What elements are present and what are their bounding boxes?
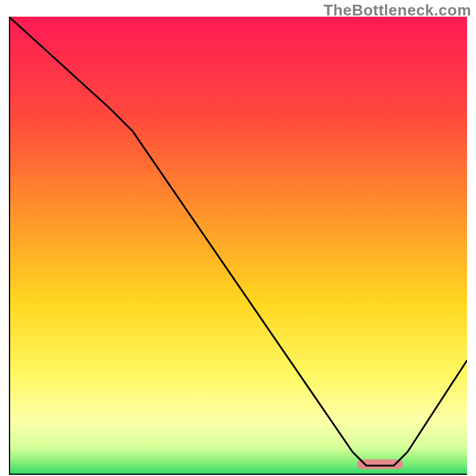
chart-container: TheBottleneck.com [0,0,476,476]
chart-background [9,17,467,475]
chart-svg [9,17,467,475]
chart-plot [9,17,467,475]
